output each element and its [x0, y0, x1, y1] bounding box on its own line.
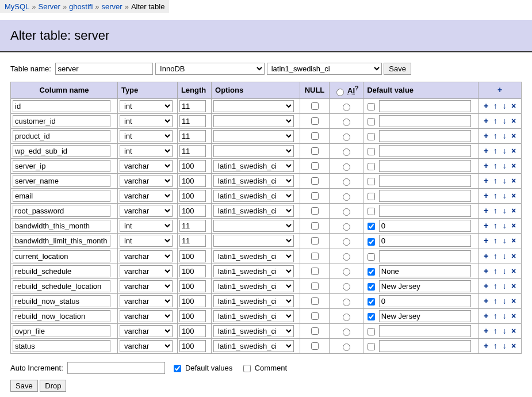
add-column-icon[interactable]: + [496, 86, 504, 94]
arrow-up-icon[interactable]: ↑ [491, 282, 499, 290]
remove-icon[interactable]: × [510, 132, 518, 140]
plus-icon[interactable]: + [482, 252, 490, 260]
column-has-default-checkbox[interactable] [368, 133, 375, 140]
column-has-default-checkbox[interactable] [368, 103, 375, 110]
arrow-up-icon[interactable]: ↑ [491, 162, 499, 170]
column-ai-radio[interactable] [343, 133, 350, 141]
remove-icon[interactable]: × [510, 282, 518, 290]
ai-help-icon[interactable]: ? [355, 85, 359, 91]
column-ai-radio[interactable] [343, 193, 350, 201]
plus-icon[interactable]: + [482, 177, 490, 185]
arrow-up-icon[interactable]: ↑ [491, 327, 499, 335]
column-null-checkbox[interactable] [311, 237, 319, 245]
column-default-input[interactable] [379, 340, 471, 352]
arrow-down-icon[interactable]: ↓ [500, 222, 508, 230]
column-length-input[interactable] [179, 340, 206, 352]
column-has-default-checkbox[interactable] [368, 208, 375, 215]
column-options-select[interactable]: latin1_swedish_ci [213, 325, 294, 337]
arrow-down-icon[interactable]: ↓ [500, 132, 508, 140]
column-options-select[interactable]: latin1_swedish_ci [213, 250, 294, 262]
plus-icon[interactable]: + [482, 267, 490, 275]
default-values-checkbox[interactable] [174, 365, 181, 372]
column-default-input[interactable] [379, 175, 471, 187]
column-ai-radio[interactable] [343, 208, 350, 216]
arrow-down-icon[interactable]: ↓ [500, 327, 508, 335]
breadcrumb-link[interactable]: server [102, 2, 123, 11]
breadcrumb-link[interactable]: ghostifi [69, 2, 93, 11]
comment-label[interactable]: Comment [255, 364, 287, 372]
breadcrumb-link[interactable]: Server [39, 2, 60, 11]
column-default-input[interactable] [379, 295, 471, 307]
arrow-up-icon[interactable]: ↑ [491, 236, 499, 245]
arrow-down-icon[interactable]: ↓ [500, 342, 508, 350]
column-default-input[interactable] [379, 280, 471, 292]
column-ai-radio[interactable] [343, 299, 350, 306]
arrow-down-icon[interactable]: ↓ [500, 312, 508, 320]
arrow-up-icon[interactable]: ↑ [491, 192, 499, 200]
arrow-up-icon[interactable]: ↑ [491, 312, 499, 320]
remove-icon[interactable]: × [510, 102, 518, 110]
remove-icon[interactable]: × [510, 147, 518, 155]
collation-select[interactable]: latin1_swedish_ci [267, 63, 382, 75]
column-options-select[interactable]: latin1_swedish_ci [213, 160, 294, 172]
column-has-default-checkbox[interactable] [368, 238, 375, 246]
arrow-down-icon[interactable]: ↓ [500, 252, 508, 260]
arrow-up-icon[interactable]: ↑ [491, 207, 499, 215]
arrow-down-icon[interactable]: ↓ [500, 207, 508, 215]
column-ai-radio[interactable] [343, 178, 350, 186]
column-name-input[interactable] [13, 220, 110, 232]
column-length-input[interactable] [179, 190, 206, 202]
column-options-select[interactable]: latin1_swedish_ci [213, 280, 294, 292]
arrow-up-icon[interactable]: ↑ [491, 297, 499, 305]
column-options-select[interactable]: latin1_swedish_ci [213, 190, 294, 202]
column-default-input[interactable] [379, 100, 471, 112]
column-null-checkbox[interactable] [311, 177, 319, 185]
column-length-input[interactable] [179, 220, 206, 232]
remove-icon[interactable]: × [510, 252, 518, 260]
column-ai-radio[interactable] [343, 329, 350, 336]
column-has-default-checkbox[interactable] [368, 343, 375, 350]
column-has-default-checkbox[interactable] [368, 253, 375, 261]
column-name-input[interactable] [13, 205, 110, 217]
column-ai-radio[interactable] [343, 343, 350, 351]
column-type-select[interactable]: int [120, 130, 173, 142]
column-has-default-checkbox[interactable] [368, 268, 375, 276]
column-options-select[interactable] [213, 220, 294, 232]
remove-icon[interactable]: × [510, 192, 518, 200]
column-null-checkbox[interactable] [311, 268, 319, 275]
column-default-input[interactable] [379, 250, 471, 262]
table-name-input[interactable] [55, 63, 153, 75]
column-type-select[interactable]: varchar [120, 325, 173, 337]
column-length-input[interactable] [179, 325, 206, 337]
column-type-select[interactable]: varchar [120, 310, 173, 322]
column-type-select[interactable]: varchar [120, 190, 173, 202]
column-default-input[interactable] [379, 115, 471, 127]
drop-button[interactable] [40, 380, 66, 392]
remove-icon[interactable]: × [510, 222, 518, 230]
arrow-up-icon[interactable]: ↑ [491, 252, 499, 260]
column-ai-radio[interactable] [343, 163, 350, 171]
column-has-default-checkbox[interactable] [368, 178, 375, 185]
column-has-default-checkbox[interactable] [368, 223, 375, 230]
column-length-input[interactable] [179, 295, 206, 307]
column-length-input[interactable] [179, 280, 206, 292]
column-options-select[interactable]: latin1_swedish_ci [213, 295, 294, 307]
column-default-input[interactable] [379, 145, 471, 157]
column-name-input[interactable] [13, 295, 110, 307]
plus-icon[interactable]: + [482, 342, 490, 350]
remove-icon[interactable]: × [510, 236, 518, 245]
arrow-down-icon[interactable]: ↓ [500, 282, 508, 290]
arrow-up-icon[interactable]: ↑ [491, 132, 499, 140]
plus-icon[interactable]: + [482, 102, 490, 110]
plus-icon[interactable]: + [482, 132, 490, 140]
auto-increment-input[interactable] [67, 362, 165, 374]
column-has-default-checkbox[interactable] [368, 148, 375, 155]
plus-icon[interactable]: + [482, 117, 490, 125]
column-name-input[interactable] [13, 190, 110, 202]
column-name-input[interactable] [13, 130, 110, 142]
column-type-select[interactable]: varchar [120, 295, 173, 307]
column-null-checkbox[interactable] [311, 117, 319, 125]
plus-icon[interactable]: + [482, 312, 490, 320]
ai-radio-none[interactable] [336, 89, 344, 96]
arrow-down-icon[interactable]: ↓ [500, 192, 508, 200]
